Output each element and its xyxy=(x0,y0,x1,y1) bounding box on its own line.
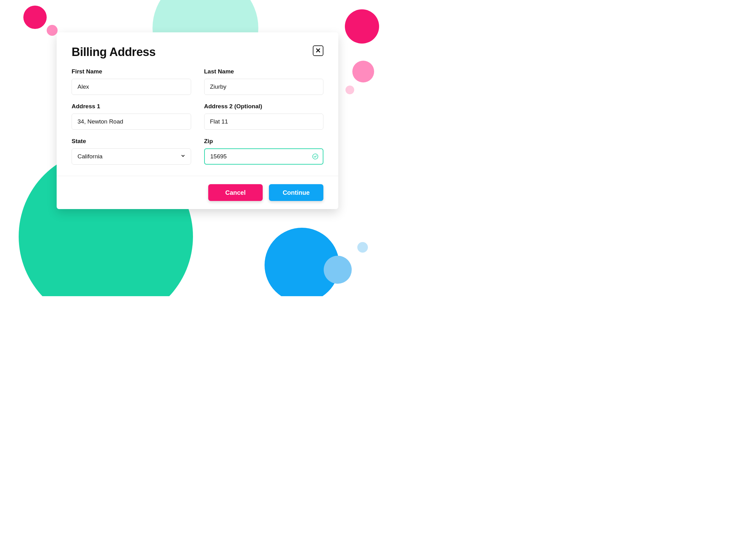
decorative-circle xyxy=(47,25,58,36)
decorative-circle xyxy=(324,256,352,284)
last-name-label: Last Name xyxy=(204,68,324,75)
decorative-circle xyxy=(352,61,374,82)
billing-address-modal: Billing Address First Name Last Name xyxy=(57,32,338,209)
state-selected-value: California xyxy=(77,153,102,160)
decorative-circle xyxy=(357,242,368,252)
svg-point-0 xyxy=(313,154,318,159)
last-name-input[interactable] xyxy=(204,79,324,95)
address2-input[interactable] xyxy=(204,113,324,130)
modal-title: Billing Address xyxy=(72,46,156,59)
decorative-circle xyxy=(345,9,379,44)
close-icon xyxy=(316,48,320,54)
decorative-circle xyxy=(345,85,354,94)
first-name-input[interactable] xyxy=(72,79,191,95)
address1-label: Address 1 xyxy=(72,103,191,110)
continue-button[interactable]: Continue xyxy=(269,184,324,201)
close-button[interactable] xyxy=(313,46,324,56)
first-name-label: First Name xyxy=(72,68,191,75)
cancel-button[interactable]: Cancel xyxy=(208,184,263,201)
zip-input[interactable] xyxy=(204,149,324,165)
address1-input[interactable] xyxy=(72,113,191,130)
decorative-circle xyxy=(23,6,47,29)
check-circle-icon xyxy=(312,153,318,160)
state-label: State xyxy=(72,138,191,145)
address2-label: Address 2 (Optional) xyxy=(204,103,324,110)
state-select[interactable]: California xyxy=(72,149,191,165)
zip-label: Zip xyxy=(204,138,324,145)
